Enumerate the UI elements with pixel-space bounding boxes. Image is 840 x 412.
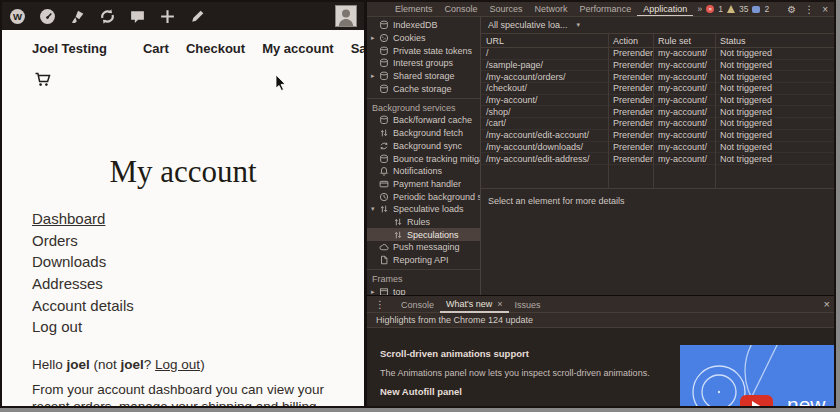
chevron-down-icon[interactable]: ▾: [371, 205, 379, 213]
account-menu-link-downloads[interactable]: Downloads: [32, 253, 106, 270]
sidebar-item-bounce-tracking-mitigations[interactable]: Bounce tracking mitigations: [367, 152, 480, 165]
status-cell: Not triggered: [715, 72, 836, 82]
sidebar-item-label: Shared storage: [393, 71, 455, 81]
nav-item-sample-page[interactable]: Sample Page: [351, 41, 364, 56]
database-icon: [379, 84, 389, 94]
customizer-brush-icon[interactable]: [69, 8, 86, 25]
site-title-link[interactable]: Joel Testing: [32, 41, 107, 56]
admin-bar-icons: [9, 8, 206, 25]
sidebar-item-background-fetch[interactable]: Background fetch: [367, 127, 480, 140]
sidebar-item-label: top: [393, 287, 406, 295]
table-row[interactable]: /Prerendermy-account/Not triggered: [481, 48, 836, 60]
cart-icon[interactable]: [34, 70, 52, 88]
sidebar-item-private-state-tokens[interactable]: Private state tokens: [367, 44, 480, 57]
sidebar-item-push-messaging[interactable]: Push messaging: [367, 241, 480, 254]
recent-orders-link[interactable]: recent orders: [32, 399, 112, 408]
greeting-username-2: joel: [121, 357, 144, 372]
sidebar-item-rules[interactable]: Rules: [367, 216, 480, 229]
warning-icon[interactable]: [727, 5, 735, 13]
sidebar-item-speculative-loads[interactable]: ▾Speculative loads: [367, 203, 480, 216]
drawer-tabbar: ⋮ ConsoleWhat's new×Issues ×: [367, 296, 836, 313]
updates-icon[interactable]: [99, 8, 116, 25]
updown-icon: [379, 128, 389, 138]
table-row[interactable]: /my-account/edit-account/Prerendermy-acc…: [481, 130, 836, 142]
sidebar-item-top[interactable]: ▸top: [367, 285, 480, 295]
drawer-kebab-icon[interactable]: ⋮: [375, 299, 385, 310]
tab-application[interactable]: Application: [637, 2, 693, 17]
close-drawer-icon[interactable]: ×: [824, 298, 830, 310]
rule-set-cell: my-account/: [653, 60, 715, 70]
comments-icon[interactable]: [129, 8, 146, 25]
sidebar-item-label: Periodic background sync: [393, 192, 480, 202]
dashboard-gauge-icon[interactable]: [39, 8, 56, 25]
table-row[interactable]: /checkout/Prerendermy-account/Not trigge…: [481, 83, 836, 95]
nav-item-my-account[interactable]: My account: [262, 41, 334, 56]
sidebar-item-payment-handler[interactable]: Payment handler: [367, 178, 480, 191]
settings-gear-icon[interactable]: ⚙: [783, 4, 800, 15]
rule-set-cell: my-account/: [653, 83, 715, 93]
browser-viewport: Joel Testing CartCheckoutMy accountSampl…: [2, 2, 364, 408]
drawer-tab-what-s-new[interactable]: What's new×: [440, 296, 509, 313]
drawer-tab-issues[interactable]: Issues: [509, 296, 547, 313]
error-icon[interactable]: ×: [706, 5, 714, 13]
sidebar-item-back-forward-cache[interactable]: Back/forward cache: [367, 114, 480, 127]
sidebar-item-reporting-api[interactable]: Reporting API: [367, 254, 480, 267]
table-row[interactable]: /shop/Prerendermy-account/Not triggered: [481, 106, 836, 118]
table-row[interactable]: /my-account/downloads/Prerendermy-accoun…: [481, 142, 836, 154]
account-menu-link-addresses[interactable]: Addresses: [32, 275, 103, 292]
sidebar-item-label: Bounce tracking mitigations: [393, 154, 480, 164]
account-menu-link-account-details[interactable]: Account details: [32, 297, 134, 314]
account-menu-link-orders[interactable]: Orders: [32, 232, 78, 249]
issues-icon[interactable]: [752, 6, 760, 13]
url-cell: /: [481, 48, 608, 58]
sidebar-item-cache-storage[interactable]: Cache storage: [367, 82, 480, 95]
detail-hint: Select an element for more details: [488, 196, 625, 206]
table-row[interactable]: /my-account/edit-address/Prerendermy-acc…: [481, 153, 836, 165]
account-menu-link-dashboard[interactable]: Dashboard: [32, 210, 105, 227]
tab-performance[interactable]: Performance: [574, 2, 638, 17]
drawer-tab-label: What's new: [446, 299, 492, 309]
sidebar-item-speculations[interactable]: Speculations: [367, 228, 480, 241]
tab-elements[interactable]: Elements: [389, 2, 439, 17]
table-row[interactable]: /my-account/Prerendermy-account/Not trig…: [481, 95, 836, 107]
close-tab-icon[interactable]: ×: [497, 299, 502, 309]
sidebar-item-notifications[interactable]: Notifications: [367, 165, 480, 178]
device-toolbar-icon[interactable]: [374, 4, 375, 15]
sidebar-item-label: Cookies: [393, 33, 426, 43]
chevron-right-icon[interactable]: ▸: [371, 34, 379, 42]
tab-console[interactable]: Console: [439, 2, 484, 17]
sidebar-item-indexeddb[interactable]: IndexedDB: [367, 19, 480, 32]
new-content-icon[interactable]: [159, 8, 176, 25]
sidebar-item-periodic-background-sync[interactable]: Periodic background sync: [367, 190, 480, 203]
account-menu-link-log-out[interactable]: Log out: [32, 318, 82, 335]
video-thumbnail[interactable]: new: [680, 345, 836, 408]
sidebar-item-shared-storage[interactable]: ▸Shared storage: [367, 70, 480, 83]
sync-icon: [379, 141, 389, 151]
action-cell: Prerender: [608, 142, 653, 152]
sidebar-item-interest-groups[interactable]: Interest groups: [367, 57, 480, 70]
tab-sources[interactable]: Sources: [484, 2, 529, 17]
table-row[interactable]: /sample-page/Prerendermy-account/Not tri…: [481, 60, 836, 72]
logout-link[interactable]: Log out: [155, 357, 200, 372]
nav-item-checkout[interactable]: Checkout: [186, 41, 245, 56]
column-divider: [653, 34, 654, 188]
close-devtools-icon[interactable]: ×: [818, 4, 832, 15]
user-avatar[interactable]: [335, 5, 357, 27]
table-row[interactable]: /cart/Prerendermy-account/Not triggered: [481, 118, 836, 130]
edit-pencil-icon[interactable]: [189, 8, 206, 25]
drawer-tab-console[interactable]: Console: [395, 296, 440, 313]
site-nav-items: CartCheckoutMy accountSample PageShop: [143, 41, 364, 56]
sidebar-item-background-sync[interactable]: Background sync: [367, 140, 480, 153]
nav-item-cart[interactable]: Cart: [143, 41, 169, 56]
chevron-right-icon[interactable]: ▸: [371, 72, 379, 80]
devtools-tabs: ElementsConsoleSourcesNetworkPerformance…: [389, 2, 693, 17]
table-row[interactable]: /my-account/orders/Prerendermy-account/N…: [481, 71, 836, 83]
kebab-menu-icon[interactable]: ⋮: [800, 4, 818, 15]
sidebar-item-cookies[interactable]: ▸Cookies: [367, 32, 480, 45]
wordpress-logo-icon[interactable]: [9, 8, 26, 25]
more-tabs-icon[interactable]: »: [693, 4, 706, 14]
speculation-filter-dropdown[interactable]: All speculative loa...: [488, 20, 568, 30]
tab-network[interactable]: Network: [529, 2, 574, 17]
chevron-right-icon[interactable]: ▸: [371, 288, 379, 295]
sidebar-item-label: Speculations: [407, 230, 459, 240]
